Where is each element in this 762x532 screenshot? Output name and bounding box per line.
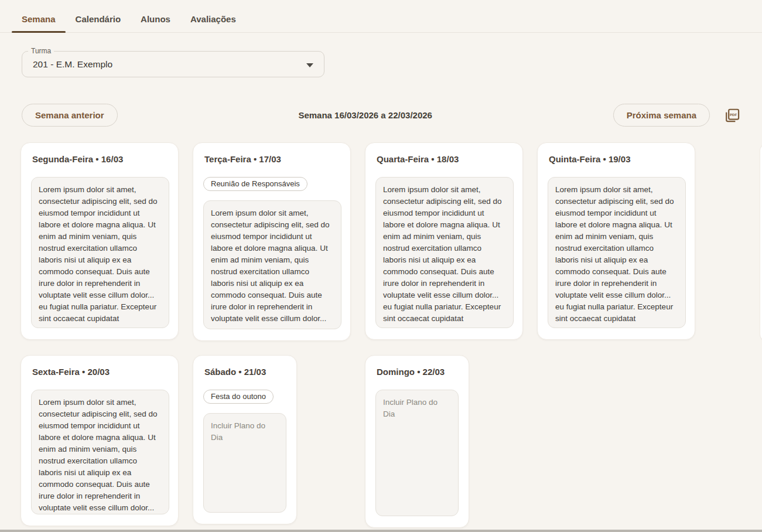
day-card-segunda: Segunda-Feira • 16/03 Lorem ipsum dolor …	[20, 142, 179, 340]
day-title: Quinta-Feira • 19/03	[549, 154, 685, 164]
tab-avaliacoes[interactable]: Avaliações	[180, 14, 246, 32]
week-range-title: Semana 16/03/2026 a 22/03/2026	[118, 110, 613, 120]
next-week-button[interactable]: Próxima semana	[613, 104, 710, 127]
export-pdf-button[interactable]: PDF	[724, 107, 740, 124]
day-plan-input[interactable]: Lorem ipsum dolor sit amet, consectetur …	[31, 390, 169, 514]
turma-select[interactable]: Turma 201 - E.M. Exemplo	[22, 51, 324, 77]
day-card-terca: Terça-Feira • 17/03 Reunião de Responsáv…	[193, 142, 351, 341]
day-title: Sexta-Feira • 20/03	[32, 367, 168, 377]
tab-alunos[interactable]: Alunos	[131, 14, 180, 32]
day-card-quinta: Quinta-Feira • 19/03 Lorem ipsum dolor s…	[537, 142, 695, 340]
day-card-quarta: Quarta-Feira • 18/03 Lorem ipsum dolor s…	[365, 142, 523, 340]
week-days-grid: Segunda-Feira • 16/03 Lorem ipsum dolor …	[20, 142, 762, 528]
day-plan-input[interactable]: Lorem ipsum dolor sit amet, consectetur …	[375, 177, 514, 328]
week-nav-row: Semana anterior Semana 16/03/2026 a 22/0…	[22, 104, 740, 127]
day-plan-input[interactable]: Lorem ipsum dolor sit amet, consectetur …	[203, 200, 341, 329]
event-chip-row: Festa do outono	[203, 390, 286, 404]
previous-week-button[interactable]: Semana anterior	[22, 104, 118, 127]
turma-select-value: 201 - E.M. Exemplo	[33, 59, 112, 70]
day-plan-input[interactable]: Lorem ipsum dolor sit amet, consectetur …	[31, 177, 169, 328]
day-title: Terça-Feira • 17/03	[204, 154, 340, 164]
top-tabbar: Semana Calendário Alunos Avaliações	[0, 0, 762, 33]
svg-text:PDF: PDF	[730, 113, 737, 117]
day-plan-input[interactable]	[203, 413, 286, 513]
horizontal-scrollbar[interactable]	[0, 530, 762, 532]
chevron-down-icon	[306, 63, 313, 67]
day-card-sexta: Sexta-Feira • 20/03 Lorem ipsum dolor si…	[20, 355, 179, 526]
day-title: Domingo • 22/03	[377, 367, 459, 377]
event-chip-row: Reunião de Responsáveis	[203, 177, 340, 191]
week-planner-page: { "tabs": [ { "label": "Semana", "active…	[0, 0, 762, 532]
day-plan-input[interactable]	[375, 390, 459, 516]
partially-visible-card	[760, 144, 762, 342]
event-chip[interactable]: Reunião de Responsáveis	[203, 177, 307, 191]
turma-select-label: Turma	[28, 47, 54, 55]
day-card-sabado: Sábado • 21/03 Festa do outono	[193, 355, 297, 524]
tab-calendario[interactable]: Calendário	[66, 14, 131, 32]
day-title: Sábado • 21/03	[204, 367, 286, 377]
day-card-domingo: Domingo • 22/03	[365, 355, 469, 528]
day-title: Quarta-Feira • 18/03	[377, 154, 512, 164]
day-title: Segunda-Feira • 16/03	[32, 154, 168, 164]
event-chip[interactable]: Festa do outono	[203, 390, 274, 404]
pdf-export-icon: PDF	[724, 117, 740, 125]
tab-semana[interactable]: Semana	[12, 14, 66, 32]
day-plan-input[interactable]: Lorem ipsum dolor sit amet, consectetur …	[548, 177, 686, 328]
